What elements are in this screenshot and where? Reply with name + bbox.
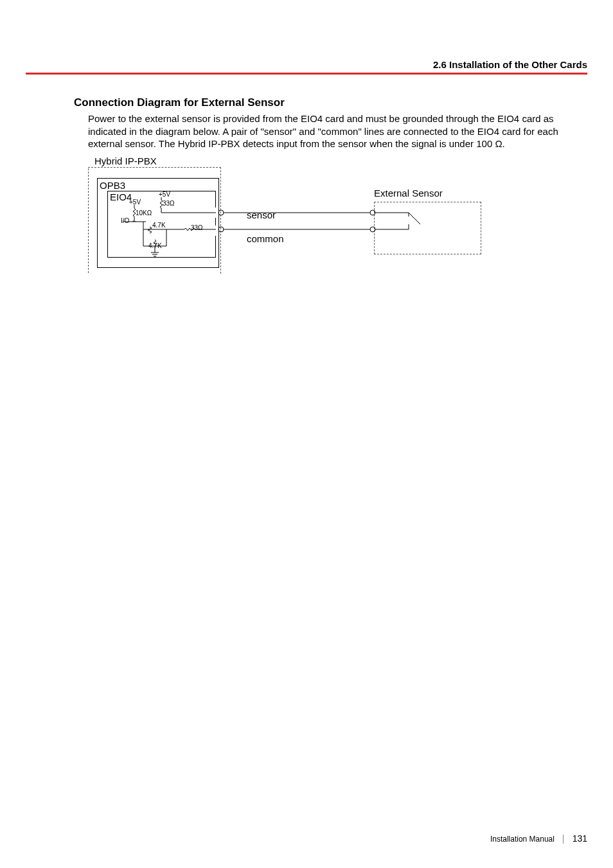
r-4.7k-b: 4.7K	[148, 242, 162, 249]
page-footer: Installation Manual 131	[490, 833, 587, 844]
hybrid-ipbx-box-left	[88, 168, 89, 273]
svg-point-15	[218, 210, 224, 215]
plus5v-left: +5V	[129, 199, 141, 206]
r-33-series: 33Ω	[191, 224, 203, 231]
header-rule	[26, 73, 587, 75]
svg-point-20	[370, 227, 375, 232]
section-body: Power to the external sensor is provided…	[88, 112, 587, 150]
r-33-top: 33Ω	[163, 200, 175, 207]
r-4.7k-a: 4.7K	[152, 222, 166, 229]
footer-separator	[563, 835, 564, 844]
running-head: 2.6 Installation of the Other Cards	[433, 59, 587, 70]
sensor-line-label: sensor	[247, 209, 276, 220]
page: 2.6 Installation of the Other Cards Conn…	[0, 0, 613, 868]
hybrid-ipbx-label: Hybrid IP-PBX	[94, 155, 157, 166]
section-title: Connection Diagram for External Sensor	[74, 96, 285, 109]
footer-manual: Installation Manual	[490, 835, 555, 844]
svg-point-18	[218, 227, 224, 232]
opb3-label: OPB3	[100, 180, 125, 191]
connection-diagram: Hybrid IP-PBX External Sensor OPB3 EIO4	[88, 155, 486, 274]
common-line-label: common	[247, 233, 284, 244]
io-label: I/O ←	[121, 217, 138, 224]
r-10k: 10KΩ	[136, 209, 152, 217]
wire-lines	[216, 191, 486, 261]
svg-point-17	[370, 210, 375, 215]
page-number: 131	[573, 833, 587, 844]
plus5v-right: +5V	[159, 191, 170, 198]
svg-line-25	[409, 213, 420, 224]
